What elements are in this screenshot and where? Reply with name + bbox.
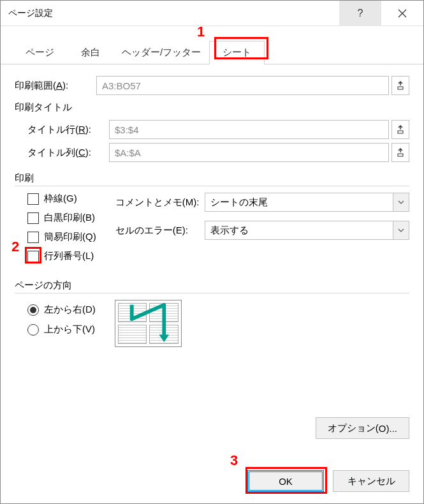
gridlines-label: 枠線(G) (44, 193, 77, 205)
preview-cell (149, 325, 179, 344)
combo-column: コメントとメモ(M): シートの末尾 セルのエラー(E): 表示する (115, 193, 409, 249)
close-button[interactable] (381, 1, 423, 26)
radio-column: 左から右(D) 上から下(V) (27, 304, 96, 343)
checkbox-column: 枠線(G) 白黒印刷(B) 簡易印刷(Q) 行列番号(L) (27, 193, 96, 269)
draft-checkbox[interactable] (27, 232, 39, 243)
page-setup-dialog: ページ設定 ? ページ 余白 ヘッダー/フッター シート 1 印刷範囲(A): … (0, 0, 424, 504)
svg-rect-2 (398, 87, 403, 89)
ttb-row[interactable]: 上から下(V) (27, 323, 96, 336)
tab-sheet[interactable]: シート (209, 41, 265, 64)
draft-label: 簡易印刷(Q) (44, 231, 96, 243)
preview-cell (118, 325, 147, 344)
svg-rect-4 (398, 154, 403, 156)
errors-combo[interactable]: 表示する (205, 221, 393, 240)
rowcol-label: 行列番号(L) (44, 250, 94, 262)
divider (15, 293, 409, 293)
title-rows-label: タイトル行(R): (27, 124, 109, 136)
title-rows-input[interactable]: $3:$4 (109, 120, 389, 139)
collapse-icon (396, 81, 405, 90)
gridlines-row[interactable]: 枠線(G) (27, 193, 96, 205)
help-button[interactable]: ? (339, 1, 381, 26)
title-rows-row: タイトル行(R): $3:$4 (27, 120, 409, 139)
page-order-preview (115, 300, 182, 347)
errors-combo-arrow[interactable] (393, 221, 409, 240)
title-cols-label: タイトル列(C): (27, 147, 109, 159)
ltr-label: 左から右(D) (44, 304, 96, 316)
callout-3: 3 (230, 452, 238, 469)
tab-page[interactable]: ページ (12, 41, 68, 64)
preview-cell (118, 303, 147, 322)
ttb-label: 上から下(V) (44, 323, 95, 336)
print-group-label: 印刷 (15, 172, 409, 184)
rowcol-row[interactable]: 行列番号(L) (27, 250, 96, 262)
page-order-label: ページの方向 (15, 279, 409, 292)
chevron-down-icon (398, 228, 404, 232)
rowcol-checkbox[interactable] (27, 251, 39, 262)
ok-button[interactable]: OK (247, 470, 324, 492)
gridlines-checkbox[interactable] (27, 193, 39, 205)
comments-row: コメントとメモ(M): シートの末尾 (115, 193, 409, 212)
options-button[interactable]: オプション(O)... (316, 417, 409, 439)
print-section: 枠線(G) 白黒印刷(B) 簡易印刷(Q) 行列番号(L) (15, 193, 409, 269)
title-cols-row: タイトル列(C): $A:$A (27, 143, 409, 162)
dialog-title: ページ設定 (8, 8, 339, 19)
print-area-collapse-button[interactable] (391, 76, 409, 95)
comments-combo[interactable]: シートの末尾 (205, 193, 393, 212)
print-area-input[interactable]: A3:BO57 (96, 76, 389, 95)
print-area-label: 印刷範囲(A): (15, 80, 96, 92)
page-order-section: 左から右(D) 上から下(V) (27, 300, 409, 347)
titlebar: ページ設定 ? (1, 1, 423, 26)
ltr-row[interactable]: 左から右(D) (27, 304, 96, 316)
collapse-icon (396, 148, 405, 157)
cancel-button[interactable]: キャンセル (333, 470, 409, 492)
options-row: オプション(O)... (15, 417, 409, 439)
tab-header-footer[interactable]: ヘッダー/フッター (113, 41, 209, 64)
bw-checkbox[interactable] (27, 212, 39, 224)
errors-label: セルのエラー(E): (115, 225, 205, 237)
ltr-radio[interactable] (27, 304, 39, 316)
title-rows-collapse-button[interactable] (391, 120, 409, 139)
print-titles-label: 印刷タイトル (15, 101, 409, 114)
comments-label: コメントとメモ(M): (115, 196, 205, 209)
tabs: ページ 余白 ヘッダー/フッター シート (1, 40, 423, 64)
close-icon (398, 9, 407, 18)
print-area-row: 印刷範囲(A): A3:BO57 (15, 76, 409, 95)
errors-row: セルのエラー(E): 表示する (115, 221, 409, 240)
content-area: 印刷範囲(A): A3:BO57 印刷タイトル タイトル行(R): $3:$4 (1, 64, 423, 439)
bw-row[interactable]: 白黒印刷(B) (27, 212, 96, 224)
preview-cell (149, 303, 179, 322)
svg-rect-3 (398, 131, 403, 133)
chevron-down-icon (398, 200, 404, 204)
tab-margins[interactable]: 余白 (68, 41, 113, 64)
title-cols-input[interactable]: $A:$A (109, 143, 389, 162)
draft-row[interactable]: 簡易印刷(Q) (27, 231, 96, 243)
comments-combo-arrow[interactable] (393, 193, 409, 212)
ttb-radio[interactable] (27, 324, 39, 336)
divider (15, 186, 409, 186)
bw-label: 白黒印刷(B) (44, 212, 95, 224)
title-cols-collapse-button[interactable] (391, 143, 409, 162)
collapse-icon (396, 125, 405, 134)
footer-buttons: OK キャンセル (247, 470, 409, 492)
